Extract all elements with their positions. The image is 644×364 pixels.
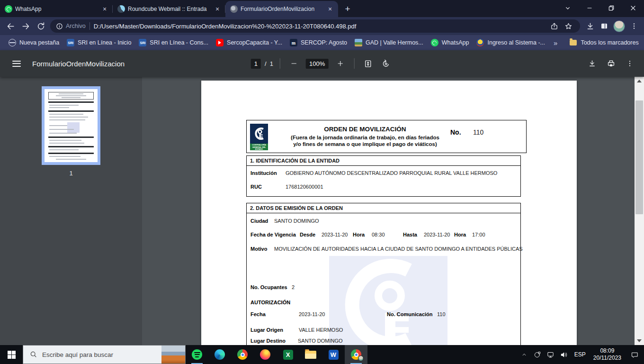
- taskbar-chrome-active-window[interactable]: [345, 345, 367, 364]
- fit-page-button[interactable]: [361, 56, 375, 71]
- bookmark-whatsapp[interactable]: WhatsApp: [427, 37, 473, 48]
- address-bar[interactable]: Archivo D:/Users/Master/Downloads/Formul…: [50, 19, 580, 33]
- forward-icon: [21, 22, 30, 31]
- tray-expand-button[interactable]: [518, 345, 531, 364]
- page-count-label: / 1: [265, 60, 273, 67]
- reload-button[interactable]: [33, 18, 48, 34]
- taskbar-firefox[interactable]: [254, 345, 277, 364]
- language-indicator[interactable]: ESP: [571, 351, 590, 358]
- tab-roundcube[interactable]: Roundcube Webmail :: Entrada ×: [113, 1, 225, 17]
- clock-date: 20/11/2023: [593, 355, 621, 362]
- action-center-button[interactable]: [625, 345, 644, 364]
- bookmark-label: SRI en Línea - Cons...: [150, 39, 208, 46]
- bookmark-sercopcapacita[interactable]: SercopCapacita - Y...: [212, 37, 286, 48]
- scrollbar[interactable]: [635, 77, 644, 345]
- taskbar-file-explorer[interactable]: [299, 345, 322, 364]
- notification-icon: [631, 351, 639, 359]
- page-thumbnail[interactable]: [42, 86, 100, 165]
- new-tab-button[interactable]: +: [341, 2, 354, 16]
- taskbar-chrome[interactable]: [231, 345, 254, 364]
- start-button[interactable]: [0, 345, 23, 364]
- close-icon[interactable]: ×: [213, 5, 222, 13]
- doc-section2-box: 2. DATOS DE EMISIÓN DE LA ORDEN Ciudad S…: [246, 203, 521, 345]
- zoom-in-button[interactable]: [333, 56, 347, 71]
- hasta-label: Hasta: [403, 232, 417, 237]
- volume-button[interactable]: [557, 345, 571, 364]
- pdf-thumbnail-sidebar: 1: [0, 77, 142, 345]
- scroll-down-button[interactable]: [637, 339, 642, 342]
- pdf-print-button[interactable]: [601, 54, 620, 73]
- downloads-button[interactable]: [583, 19, 597, 33]
- minimize-button[interactable]: [579, 0, 600, 16]
- pdf-download-button[interactable]: [582, 54, 601, 73]
- bookmark-sri-inicio[interactable]: SRI SRI en Línea - Inicio: [63, 37, 135, 48]
- rotate-icon: [382, 59, 391, 68]
- profile-avatar[interactable]: [613, 20, 625, 32]
- taskbar-spotify[interactable]: [186, 345, 208, 364]
- tab-pdf-active[interactable]: FormularioOrdenMovilizacion ×: [225, 1, 338, 17]
- hasta-value: 2023-11-20: [424, 232, 450, 237]
- plus-icon: [336, 60, 344, 67]
- whatsapp-icon: [431, 39, 438, 46]
- info-icon: [56, 23, 63, 30]
- doc-section1-box: 1. IDENTIFICACIÓN DE LA ENTIDAD Instituc…: [246, 155, 521, 197]
- forward-button[interactable]: [18, 18, 33, 34]
- taskbar-excel[interactable]: X: [277, 345, 299, 364]
- zoom-out-button[interactable]: [287, 56, 301, 71]
- bookmark-gad-valle-hermoso[interactable]: GAD | Valle Hermos...: [351, 37, 427, 48]
- scroll-up-button[interactable]: [637, 80, 642, 82]
- minimize-icon: [586, 4, 593, 12]
- pdf-menu-button[interactable]: [12, 61, 21, 67]
- thumbnail-page-number: 1: [0, 170, 142, 177]
- pdf-viewer-area: 1 CONTRALORÍA GENERAL DEL ES: [0, 77, 644, 345]
- page-number-input[interactable]: 1: [251, 59, 261, 69]
- tab-search-button[interactable]: [557, 0, 579, 16]
- browser-menu-button[interactable]: [627, 19, 641, 33]
- all-bookmarks-button[interactable]: Todos los marcadores: [566, 38, 642, 47]
- rotate-button[interactable]: [379, 56, 393, 71]
- bookmark-star-button[interactable]: [561, 19, 575, 33]
- doc-title: ORDEN DE MOVILIZACIÓN: [275, 126, 455, 133]
- search-highlight-image[interactable]: [161, 346, 185, 364]
- network-button[interactable]: [544, 345, 557, 364]
- taskbar-search-input[interactable]: Escribe aquí para buscar: [23, 345, 186, 364]
- bookmark-sercop-agosto[interactable]: m SERCOP: Agosto: [286, 37, 351, 48]
- bookmark-label: SercopCapacita - Y...: [227, 39, 282, 46]
- restore-button[interactable]: [600, 0, 622, 16]
- bookmark-nueva-pestana[interactable]: Nueva pestaña: [5, 37, 63, 48]
- close-icon[interactable]: ×: [326, 5, 334, 13]
- bookmark-sri-consultas[interactable]: SRI SRI en Línea - Cons...: [135, 37, 212, 48]
- tray-app-button[interactable]: [531, 345, 544, 364]
- bookmark-label: SRI en Línea - Inicio: [78, 39, 131, 46]
- whatsapp-icon: [5, 5, 12, 13]
- pdf-more-options-button[interactable]: [620, 54, 639, 73]
- speaker-icon: [560, 351, 568, 359]
- search-placeholder: Escribe aquí para buscar: [42, 351, 113, 358]
- clock[interactable]: 08:09 20/11/2023: [590, 347, 625, 362]
- taskbar-edge[interactable]: [208, 345, 231, 364]
- destino-value: SANTO DOMINGO: [298, 338, 343, 344]
- all-bookmarks-label: Todos los marcadores: [581, 39, 638, 46]
- bookmarks-overflow-button[interactable]: »: [549, 39, 562, 47]
- kebab-menu-icon: [626, 60, 634, 67]
- restore-icon: [608, 4, 615, 12]
- back-button[interactable]: [3, 18, 18, 34]
- url-scheme-chip: Archivo: [66, 23, 86, 29]
- bookmark-ingreso-sistema[interactable]: Ingreso al Sistema -...: [473, 37, 549, 48]
- word-icon: W: [329, 350, 339, 360]
- file-explorer-icon: [305, 351, 316, 359]
- taskbar-word[interactable]: W: [322, 345, 345, 364]
- origen-label: Lugar Origen: [250, 327, 283, 333]
- ruc-label: RUC: [250, 184, 262, 190]
- close-icon[interactable]: ×: [100, 5, 109, 13]
- side-panel-button[interactable]: [597, 19, 611, 33]
- close-window-button[interactable]: [622, 0, 644, 16]
- pdf-page-controls: 1 / 1 100%: [251, 50, 394, 77]
- comunicacion-value: 110: [437, 311, 446, 317]
- share-button[interactable]: [547, 19, 561, 33]
- print-icon: [607, 59, 616, 68]
- scrollbar-thumb[interactable]: [635, 100, 643, 214]
- zoom-level-display[interactable]: 100%: [306, 59, 328, 69]
- pdf-toolbar: FormularioOrdenMovilizacion 1 / 1 100%: [0, 50, 644, 77]
- tab-whatsapp[interactable]: WhatsApp ×: [0, 1, 113, 17]
